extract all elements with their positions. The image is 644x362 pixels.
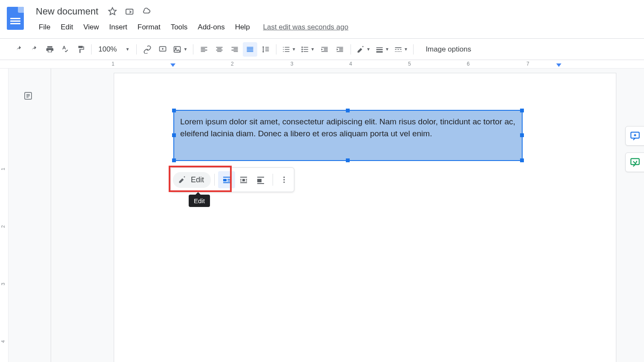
comment-button[interactable] — [155, 42, 170, 57]
cloud-icon[interactable] — [142, 7, 151, 16]
menu-edit[interactable]: Edit — [56, 20, 78, 34]
menu-file[interactable]: File — [34, 20, 55, 34]
link-button[interactable] — [140, 42, 155, 57]
pencil-icon — [178, 175, 187, 184]
print-button[interactable] — [43, 42, 57, 57]
image-options-button[interactable]: Image options — [421, 43, 475, 55]
image-context-toolbar: Edit — [170, 167, 294, 192]
svg-rect-16 — [223, 182, 230, 183]
menu-addons[interactable]: Add-ons — [193, 20, 229, 34]
svg-point-6 — [302, 51, 303, 52]
indent-start-marker[interactable] — [170, 63, 175, 67]
svg-rect-14 — [227, 179, 230, 180]
selected-drawing[interactable]: Lorem ipsum dolor sit amet, consectetur … — [173, 110, 523, 161]
svg-point-4 — [302, 46, 303, 48]
menu-tools[interactable]: Tools — [166, 20, 193, 34]
star-icon[interactable] — [108, 7, 117, 16]
resize-handle-tm[interactable] — [346, 109, 350, 112]
spellcheck-button[interactable] — [58, 42, 72, 57]
drawing-text-content: Lorem ipsum dolor sit amet, consectetur … — [174, 111, 522, 145]
vertical-ruler[interactable]: 1 2 3 4 — [0, 69, 9, 362]
svg-rect-17 — [240, 177, 247, 178]
align-center-button[interactable] — [212, 42, 227, 57]
menu-format[interactable]: Format — [133, 20, 165, 34]
ruler-tick: 1 — [0, 168, 6, 170]
page[interactable]: Lorem ipsum dolor sit amet, consectetur … — [114, 73, 616, 362]
paint-format-button[interactable] — [73, 42, 88, 57]
resize-handle-bl[interactable] — [172, 158, 176, 162]
move-icon[interactable] — [125, 7, 134, 16]
align-justify-button[interactable] — [243, 42, 257, 57]
svg-point-3 — [175, 48, 177, 49]
svg-rect-26 — [257, 183, 264, 184]
suggest-edits-float-button[interactable] — [625, 152, 644, 172]
document-area: Lorem ipsum dolor sit amet, consectetur … — [51, 69, 644, 362]
outline-sidebar — [9, 69, 51, 362]
border-dash-button[interactable]: ▼ — [392, 42, 410, 57]
doc-title[interactable]: New document — [34, 5, 100, 18]
edit-tooltip: Edit — [189, 195, 210, 207]
svg-rect-10 — [395, 47, 401, 48]
align-right-button[interactable] — [227, 42, 242, 57]
align-left-button[interactable] — [197, 42, 211, 57]
menu-help[interactable]: Help — [230, 20, 255, 34]
ruler-tick: 1 — [112, 61, 115, 67]
menu-bar: File Edit View Insert Format Tools Add-o… — [34, 19, 641, 36]
line-spacing-button[interactable] — [258, 42, 273, 57]
ruler-tick: 6 — [467, 61, 470, 67]
zoom-value: 100% — [98, 45, 117, 54]
last-edit-link[interactable]: Last edit was seconds ago — [263, 23, 348, 32]
resize-handle-br[interactable] — [520, 158, 524, 162]
resize-handle-bm[interactable] — [346, 158, 350, 162]
resize-handle-mr[interactable] — [520, 133, 524, 137]
resize-handle-tl[interactable] — [172, 109, 176, 112]
docs-logo[interactable] — [7, 7, 24, 30]
redo-button[interactable] — [27, 42, 42, 57]
outline-toggle-button[interactable] — [21, 89, 35, 103]
menu-view[interactable]: View — [79, 20, 104, 34]
ruler-tick: 3 — [0, 283, 6, 285]
resize-handle-tr[interactable] — [520, 109, 524, 112]
svg-rect-21 — [240, 181, 242, 181]
image-button[interactable]: ▼ — [171, 42, 190, 57]
undo-button[interactable] — [12, 42, 26, 57]
ruler-tick: 5 — [408, 61, 411, 67]
increase-indent-button[interactable] — [333, 42, 347, 57]
svg-point-5 — [302, 49, 303, 50]
wrap-text-button[interactable] — [235, 171, 252, 188]
svg-rect-9 — [376, 51, 382, 52]
edit-drawing-button[interactable]: Edit — [173, 172, 211, 188]
wrap-break-button[interactable] — [252, 171, 269, 188]
svg-rect-0 — [126, 9, 133, 14]
ruler-tick: 7 — [526, 61, 529, 67]
svg-rect-20 — [246, 179, 247, 180]
svg-point-27 — [283, 177, 285, 178]
svg-rect-12 — [223, 177, 230, 178]
svg-rect-22 — [246, 181, 247, 181]
menu-insert[interactable]: Insert — [104, 20, 132, 34]
numbered-list-button[interactable]: ▼ — [280, 42, 298, 57]
more-vertical-icon — [280, 175, 288, 184]
toolbar: 100% ▼ ▼ ▼ ▼ ▼ — [0, 39, 644, 60]
more-options-button[interactable] — [276, 171, 292, 188]
decrease-indent-button[interactable] — [317, 42, 332, 57]
ruler-tick: 4 — [0, 340, 6, 343]
svg-rect-7 — [376, 47, 382, 48]
border-weight-button[interactable]: ▼ — [373, 42, 391, 57]
indent-end-marker[interactable] — [556, 63, 561, 67]
ruler-tick: 4 — [349, 61, 352, 67]
wrap-inline-button[interactable] — [218, 171, 235, 188]
svg-rect-18 — [242, 179, 245, 181]
horizontal-ruler[interactable]: 1 2 3 4 5 6 7 — [0, 60, 644, 69]
svg-rect-8 — [376, 49, 382, 50]
svg-rect-23 — [240, 182, 247, 183]
svg-point-28 — [283, 179, 285, 180]
svg-rect-19 — [240, 179, 242, 180]
resize-handle-ml[interactable] — [172, 133, 176, 137]
edit-button-label: Edit — [191, 175, 204, 184]
zoom-select[interactable]: 100% ▼ — [95, 43, 133, 55]
svg-rect-15 — [227, 181, 230, 181]
bullet-list-button[interactable]: ▼ — [299, 42, 316, 57]
border-color-button[interactable]: ▼ — [354, 42, 372, 57]
add-comment-float-button[interactable] — [625, 126, 644, 146]
